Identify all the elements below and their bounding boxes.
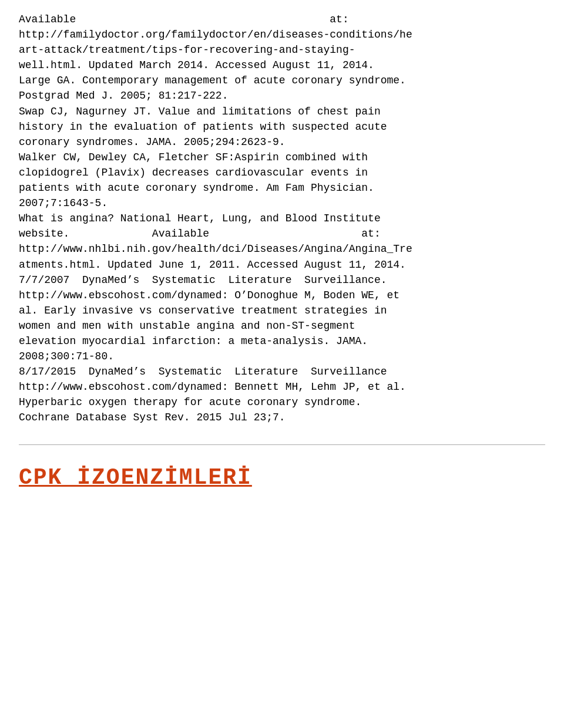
- references-text: Available at: http://familydoctor.org/fa…: [19, 12, 545, 426]
- cpk-section-title: CPK İZOENZİMLERİ: [19, 461, 545, 494]
- section-divider: [19, 444, 545, 445]
